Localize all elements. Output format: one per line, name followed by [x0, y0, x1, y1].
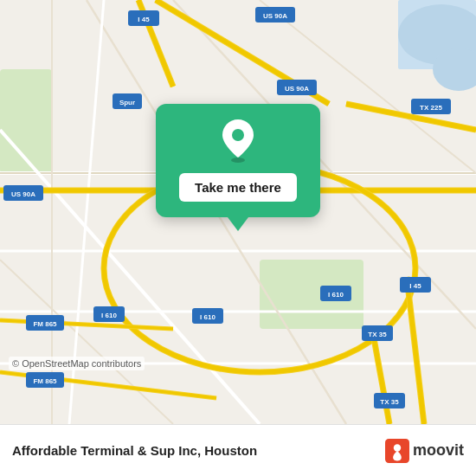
svg-text:I 45: I 45	[138, 16, 150, 23]
map-container: I 610 I 610 I 610 I 45 US 90A US 90A US …	[0, 0, 476, 424]
take-me-there-button[interactable]: Take me there	[179, 173, 297, 202]
svg-point-65	[232, 129, 244, 141]
svg-text:FM 865: FM 865	[33, 377, 57, 385]
svg-text:I 610: I 610	[200, 313, 215, 321]
popup-card: Take me there	[156, 104, 320, 217]
moovit-logo: moovit	[385, 439, 464, 463]
location-icon-wrapper	[219, 118, 257, 166]
copyright-text: © OpenStreetMap contributors	[9, 357, 145, 370]
svg-text:FM 865: FM 865	[33, 320, 57, 328]
location-name: Affordable Terminal & Sup Inc, Houston	[12, 443, 376, 458]
svg-text:US 90A: US 90A	[263, 12, 287, 20]
svg-point-64	[231, 158, 245, 163]
svg-text:US 90A: US 90A	[285, 85, 309, 93]
map-pin-icon	[219, 118, 257, 163]
svg-text:I 610: I 610	[328, 291, 344, 299]
svg-text:Spur: Spur	[119, 99, 135, 106]
svg-text:TX 225: TX 225	[420, 104, 442, 112]
svg-text:US 90A: US 90A	[11, 190, 35, 198]
svg-text:I 45: I 45	[409, 282, 421, 290]
svg-text:TX 35: TX 35	[368, 331, 387, 338]
moovit-label: moovit	[413, 441, 464, 460]
svg-text:I 610: I 610	[101, 312, 117, 319]
svg-text:TX 35: TX 35	[380, 398, 399, 406]
bottom-bar: Affordable Terminal & Sup Inc, Houston m…	[0, 424, 476, 476]
moovit-icon	[385, 439, 409, 463]
svg-point-67	[394, 444, 401, 451]
